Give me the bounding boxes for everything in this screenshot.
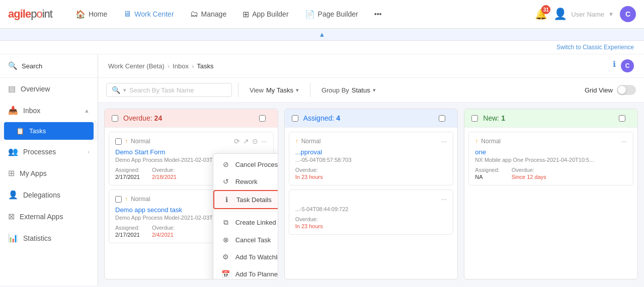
sidebar-statistics-label: Statistics	[23, 234, 51, 242]
task-search-box[interactable]: 🔍 ▾ Search By Task Name	[106, 83, 232, 97]
top-nav: agilepoint 🏠 Home 🖥 Work Center 🗂 Manage…	[0, 0, 644, 29]
refresh-icon[interactable]: ⟳	[234, 137, 240, 145]
sidebar-search[interactable]: 🔍 Search	[0, 54, 98, 78]
my-apps-icon: ⊞	[8, 168, 15, 178]
dropdown-cancel-task[interactable]: ⊗ Cancel Task	[213, 231, 278, 248]
view-selector[interactable]: View My Tasks ▾	[245, 84, 304, 97]
avatar[interactable]: C	[620, 6, 636, 22]
grid-view-switch[interactable]	[617, 85, 636, 95]
sidebar-processes-label: Processes	[23, 148, 56, 156]
link-icon[interactable]: ⊙	[252, 137, 258, 145]
overdue-label-2: Overdue:	[152, 225, 175, 231]
planner-label: Add To Planner	[235, 270, 278, 278]
nav-home-label: Home	[89, 10, 107, 18]
breadcrumb: Work Center (Beta) › Inbox › Tasks ℹ C	[98, 54, 644, 78]
more-icon-card3[interactable]: ···	[441, 137, 447, 145]
watchlist-icon: ⚙	[221, 253, 230, 261]
overdue-checkbox[interactable]	[259, 115, 266, 122]
priority-up-icon-3: ↑	[295, 138, 298, 145]
inbox-icon: 📥	[8, 106, 18, 115]
monitor-icon: 🖥	[123, 10, 131, 19]
notification-button[interactable]: 🔔 31	[535, 8, 547, 20]
dropdown-cancel-process[interactable]: ⊘ Cancel Process	[213, 156, 278, 173]
overdue-label: Overdue:	[152, 167, 177, 173]
task-card-3-title[interactable]: ...pproval	[295, 148, 447, 156]
group-value: Status	[352, 86, 370, 94]
dropdown-task-details[interactable]: ℹ Task Details	[213, 190, 278, 209]
dropdown-watchlist[interactable]: ⚙ Add To Watchlist	[213, 248, 278, 265]
task-card-5-title[interactable]: one	[475, 148, 627, 156]
overdue-body: ↑ Normal ⟳ ↗ ⊙ ··· Demo Start Form Demo …	[105, 128, 278, 279]
sidebar-item-tasks[interactable]: 📋 Tasks	[4, 122, 94, 140]
overdue-label-5: Overdue:	[512, 167, 546, 173]
assigned-value-2: 2/17/2021	[115, 232, 140, 238]
info-icon[interactable]: ℹ	[613, 59, 616, 72]
task-card-2-checkbox[interactable]	[115, 196, 122, 203]
chevron-right-icon: ›	[88, 149, 90, 155]
sidebar-my-apps-label: My Apps	[20, 169, 47, 177]
overdue-header: Overdue: 24	[105, 109, 278, 128]
group-by-selector[interactable]: Group By Status ▾	[316, 84, 381, 97]
overdue-value-4: In 23 hours	[295, 223, 323, 229]
dropdown-menu: ⊘ Cancel Process ↺ Rework ℹ Task Details	[213, 153, 278, 279]
task-card-3-priority: Normal	[301, 138, 321, 145]
dropdown-rework[interactable]: ↺ Rework	[213, 173, 278, 190]
new-select-all[interactable]	[471, 115, 478, 122]
sidebar-item-overview[interactable]: ▤ Overview	[0, 78, 98, 100]
more-icon-card1[interactable]: ···	[261, 137, 267, 145]
task-card-1-priority: Normal	[131, 138, 150, 145]
sidebar-item-my-apps[interactable]: ⊞ My Apps	[0, 162, 98, 184]
sidebar-item-processes[interactable]: 👥 Processes ›	[0, 141, 98, 162]
toggle-knob	[618, 86, 626, 94]
nav-app-builder[interactable]: ⊞ App Builder	[235, 7, 295, 22]
nav-page-builder[interactable]: 📄 Page Builder	[298, 7, 365, 22]
sidebar-item-statistics[interactable]: 📊 Statistics	[0, 227, 98, 249]
task-card-5-overdue: Overdue: Since 12 days	[512, 167, 546, 180]
collapse-banner[interactable]: ▲	[0, 29, 644, 41]
search-dropdown-arrow[interactable]: ▾	[123, 87, 126, 93]
manage-icon: 🗂	[190, 10, 198, 19]
nav-more[interactable]: •••	[367, 7, 389, 21]
assigned-title: Assigned:	[303, 114, 334, 122]
task-card-3-header: ↑ Normal ···	[295, 137, 447, 145]
more-icon-card5[interactable]: ···	[621, 137, 627, 145]
nav-home[interactable]: 🏠 Home	[68, 7, 114, 22]
priority-up-icon-5: ↑	[475, 138, 478, 145]
task-card-4-subtitle: ...-5-04T08:44:09:722	[295, 206, 447, 212]
view-value: My Tasks	[266, 86, 293, 94]
breadcrumb-part-3: Tasks	[197, 62, 213, 70]
task-card-5-priority: Normal	[481, 138, 501, 145]
app-builder-icon: ⊞	[243, 10, 249, 19]
more-icon-card4[interactable]: ···	[441, 195, 447, 203]
nav-work-center-label: Work Center	[134, 10, 174, 18]
sidebar-item-external-apps[interactable]: ⊠ External Apps	[0, 206, 98, 227]
assigned-select-all[interactable]	[292, 115, 298, 122]
task-card-4-overdue: Overdue: In 23 hours	[295, 216, 323, 229]
nav-work-center[interactable]: 🖥 Work Center	[116, 7, 181, 22]
breadcrumb-part-2[interactable]: Inbox	[173, 62, 189, 70]
overdue-select-all[interactable]	[112, 115, 118, 122]
new-checkbox[interactable]	[619, 115, 625, 122]
assigned-header: Assigned: 4	[285, 109, 458, 128]
task-details-label: Task Details	[236, 196, 272, 204]
cancel-process-label: Cancel Process	[235, 161, 278, 168]
task-card-1-checkbox[interactable]	[115, 138, 122, 145]
dropdown-planner[interactable]: 📅 Add To Planner	[213, 265, 278, 279]
sidebar-sub-inbox: 📋 Tasks	[0, 121, 98, 141]
sidebar: 🔍 Search ▤ Overview 📥 Inbox ▲ 📋 Tasks 👥 …	[0, 54, 98, 285]
kanban-col-overdue: Overdue: 24 ↑ Normal ⟳ ↗	[104, 109, 278, 279]
assigned-checkbox[interactable]	[439, 115, 445, 122]
nav-manage[interactable]: 🗂 Manage	[183, 7, 234, 22]
switch-banner[interactable]: Switch to Classic Experience	[0, 41, 644, 54]
user-area[interactable]: 👤 User Name ▼	[553, 8, 614, 21]
sidebar-item-inbox[interactable]: 📥 Inbox ▲	[0, 100, 98, 121]
switch-link[interactable]: Switch to Classic Experience	[556, 44, 634, 51]
sidebar-item-delegations[interactable]: 👤 Delegations	[0, 184, 98, 206]
breadcrumb-part-1[interactable]: Work Center (Beta)	[108, 62, 165, 70]
rework-label: Rework	[235, 178, 258, 185]
dropdown-create-linked[interactable]: ⧉ Create Linked Work Item	[213, 214, 278, 231]
group-label: Group By	[321, 86, 349, 94]
export-icon[interactable]: ↗	[243, 137, 249, 145]
logo: agilepoint	[8, 8, 52, 21]
overdue-label-4: Overdue:	[295, 216, 323, 222]
